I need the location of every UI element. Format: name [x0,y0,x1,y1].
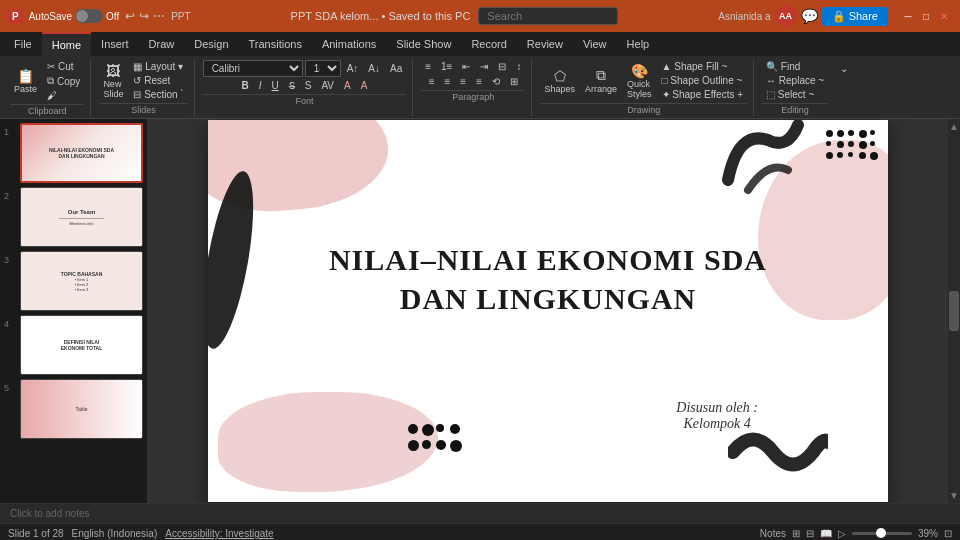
font-size-select[interactable]: 18 [305,60,341,77]
slide-preview-2[interactable]: Our Team ————————— Members info [20,187,143,247]
tab-review[interactable]: Review [517,33,573,55]
tab-file[interactable]: File [4,33,42,55]
slide-num-2: 2 [4,191,16,201]
paragraph-label: Paragraph [421,90,525,102]
maximize-button[interactable]: □ [918,8,934,24]
slide-thumb-2[interactable]: 2 Our Team ————————— Members info [4,187,143,247]
highlight-button[interactable]: A [357,79,372,92]
section-button[interactable]: ⊟ Section ` [129,88,187,101]
paste-button[interactable]: 📋 Paste [10,66,41,96]
font-family-select[interactable]: Calibri [203,60,303,77]
quick-styles-button[interactable]: 🎨 QuickStyles [623,61,656,101]
strikethrough-button[interactable]: S̶ [285,79,299,92]
increase-indent-button[interactable]: ⇥ [476,60,492,73]
reading-view-icon[interactable]: 📖 [820,528,832,539]
slide-thumb-4[interactable]: 4 DEFINISI NILAI EKONOMI TOTAL [4,315,143,375]
decrease-indent-button[interactable]: ⇤ [458,60,474,73]
new-slide-button[interactable]: 🖼 NewSlide [99,61,127,101]
slide-panel[interactable]: 1 NILAI-NILAI EKONOMI SDA DAN LINGKUNGAN… [0,119,148,503]
tab-record[interactable]: Record [461,33,516,55]
comment-icon[interactable]: 💬 [801,8,818,24]
fit-slide-icon[interactable]: ⊡ [944,528,952,539]
spacing-button[interactable]: AV [317,79,338,92]
tab-transitions[interactable]: Transitions [239,33,312,55]
align-center-button[interactable]: ≡ [441,75,455,88]
decrease-font-button[interactable]: A↓ [364,62,384,75]
normal-view-icon[interactable]: ⊞ [792,528,800,539]
tab-view[interactable]: View [573,33,617,55]
slide-preview-3[interactable]: TOPIC BAHASAN • Item 1• Item 2• Item 3 [20,251,143,311]
search-input[interactable] [478,7,618,25]
tab-design[interactable]: Design [184,33,238,55]
slide-preview-5[interactable]: Table [20,379,143,439]
slide-preview-4[interactable]: DEFINISI NILAI EKONOMI TOTAL [20,315,143,375]
slide-thumb-1[interactable]: 1 NILAI-NILAI EKONOMI SDA DAN LINGKUNGAN [4,123,143,183]
user-info: Asnianida a AA [718,5,796,27]
scroll-up-arrow[interactable]: ▲ [948,121,960,132]
slide-preview-1[interactable]: NILAI-NILAI EKONOMI SDA DAN LINGKUNGAN [20,123,143,183]
font-color-button[interactable]: A [340,79,355,92]
collapse-ribbon-button[interactable]: ⌄ [836,62,852,75]
para-row1: ≡ 1≡ ⇤ ⇥ ⊟ ↕ [421,60,525,73]
notes-bar[interactable]: Click to add notes [0,503,960,523]
shape-outline-button[interactable]: □ Shape Outline ~ [658,74,747,87]
more-icon[interactable]: ⋯ [153,9,165,23]
italic-button[interactable]: I [255,79,266,92]
close-button[interactable]: ✕ [936,8,952,24]
title-bar: P AutoSave Off ↩ ↪ ⋯ PPT PPT SDA kelom..… [0,0,960,32]
shape-effects-button[interactable]: ✦ Shape Effects + [658,88,747,101]
columns-button[interactable]: ⊟ [494,60,510,73]
reset-button[interactable]: ↺ Reset [129,74,187,87]
slide-title-line2: DAN LINGKUNGAN [400,282,697,315]
slide-thumb-5[interactable]: 5 Table [4,379,143,439]
vertical-scrollbar[interactable]: ▲ ▼ [948,119,960,503]
slide-sorter-icon[interactable]: ⊟ [806,528,814,539]
group-font: Calibri 18 A↑ A↓ Aa B I U S̶ S AV A A Fo… [197,60,414,116]
copy-button[interactable]: ⧉ Copy [43,74,84,88]
justify-button[interactable]: ≡ [472,75,486,88]
layout-button[interactable]: ▦ Layout ▾ [129,60,187,73]
cut-button[interactable]: ✂ Cut [43,60,84,73]
tab-home[interactable]: Home [42,32,91,56]
smart-art-button[interactable]: ⊞ [506,75,522,88]
tab-draw[interactable]: Draw [139,33,185,55]
share-button[interactable]: 🔒 Share [822,7,888,26]
select-button[interactable]: ⬚ Select ~ [762,88,828,101]
slide-canvas[interactable]: NILAI–NILAI EKONOMI SDA DAN LINGKUNGAN D… [208,120,888,502]
minimize-button[interactable]: ─ [900,8,916,24]
align-left-button[interactable]: ≡ [425,75,439,88]
shapes-button[interactable]: ⬠ Shapes [540,66,579,96]
numbering-button[interactable]: 1≡ [437,60,456,73]
replace-button[interactable]: ↔ Replace ~ [762,74,828,87]
align-right-button[interactable]: ≡ [456,75,470,88]
title-bar-left: P AutoSave Off ↩ ↪ ⋯ PPT [8,9,191,24]
text-shadow-button[interactable]: S [301,79,316,92]
change-case-button[interactable]: Aa [386,62,406,75]
text-direction-button[interactable]: ⟲ [488,75,504,88]
drawing-row: ⬠ Shapes ⧉ Arrange 🎨 QuickStyles ▲ Shape… [540,60,747,101]
find-button[interactable]: 🔍 Find [762,60,828,73]
bold-button[interactable]: B [237,79,252,92]
redo-icon[interactable]: ↪ [139,9,149,23]
autosave-toggle-btn[interactable] [75,9,103,23]
presenter-view-icon[interactable]: ▷ [838,528,846,539]
accessibility-status[interactable]: Accessibility: Investigate [165,528,273,539]
increase-font-button[interactable]: A↑ [343,62,363,75]
undo-icon[interactable]: ↩ [125,9,135,23]
shape-fill-button[interactable]: ▲ Shape Fill ~ [658,60,747,73]
line-spacing-button[interactable]: ↕ [512,60,525,73]
tab-help[interactable]: Help [617,33,660,55]
zoom-slider[interactable] [852,532,912,535]
bullets-button[interactable]: ≡ [421,60,435,73]
arrange-button[interactable]: ⧉ Arrange [581,65,621,96]
tab-insert[interactable]: Insert [91,33,139,55]
tab-slideshow[interactable]: Slide Show [386,33,461,55]
scroll-thumb[interactable] [949,291,959,331]
format-painter-button[interactable]: 🖌 [43,89,84,102]
notes-toggle[interactable]: Notes [760,528,786,539]
title-bar-center: PPT SDA kelom... • Saved to this PC [191,7,719,25]
slide-thumb-3[interactable]: 3 TOPIC BAHASAN • Item 1• Item 2• Item 3 [4,251,143,311]
scroll-down-arrow[interactable]: ▼ [948,490,960,501]
tab-animations[interactable]: Animations [312,33,386,55]
underline-button[interactable]: U [268,79,283,92]
